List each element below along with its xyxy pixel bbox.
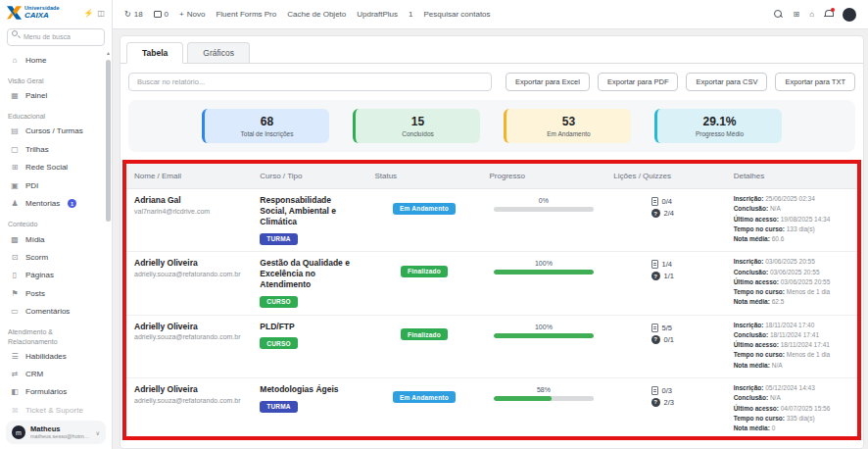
apps-grid-icon[interactable]: ⊞ — [793, 10, 799, 19]
progress-fill — [494, 333, 595, 338]
menu-pesquisar-contatos[interactable]: Pesquisar contatos — [424, 10, 491, 19]
updates-menu[interactable]: ↻ 18 — [124, 10, 143, 19]
sidebar-user-card[interactable]: m Matheus matheus.sesso@hotmail.com ∨ — [6, 421, 106, 444]
detail-inscricao: Inscrição: 25/06/2025 02:34 — [734, 195, 849, 204]
tab-tabela[interactable]: Tabela — [126, 42, 183, 64]
detail-label: Conclusão: — [734, 394, 768, 401]
sidebar-item-habilidades[interactable]: ☰ Habilidades — [0, 348, 112, 366]
home-icon[interactable]: ⌂ — [809, 10, 814, 19]
search-icon[interactable] — [774, 10, 783, 19]
scrollbar-up-icon[interactable]: ▲ — [105, 50, 112, 56]
bolt-icon[interactable]: ⚡ — [83, 9, 93, 18]
new-label: Novo — [187, 10, 206, 19]
sidebar-item-pdi[interactable]: ▣ PDI — [0, 177, 112, 195]
detail-label: Último acesso: — [734, 341, 779, 348]
sidebar-search-input[interactable] — [7, 28, 105, 46]
sidebar-section-visao-geral: Visão Geral — [0, 70, 112, 87]
sidebar-item-rede-social[interactable]: ⊞ Rede Social — [0, 159, 112, 176]
lesson-icon — [651, 260, 658, 269]
progress-bar — [494, 207, 595, 212]
sidebar-item-label: Scorm — [25, 253, 48, 263]
menu-fluent-forms[interactable]: Fluent Forms Pro — [216, 10, 276, 19]
dashboard-icon: ▦ — [10, 91, 20, 100]
tab-graficos[interactable]: Gráficos — [187, 42, 250, 63]
sidebar-item-cursos-turmas[interactable]: ▤ Cursos / Turmas — [0, 123, 112, 140]
lessons-count: 1/4 — [662, 260, 672, 269]
menu-updraftplus[interactable]: UpdraftPlus — [357, 10, 398, 19]
status-badge: Finalizado — [401, 328, 448, 340]
stat-value: 53 — [510, 115, 627, 128]
sidebar-item-trilhas[interactable]: ▢ Trilhas — [0, 141, 112, 159]
lessons-quizzes: 5/5 ?0/1 — [613, 322, 717, 344]
detail-acesso: Último acesso: 03/06/2025 20:55 — [734, 278, 849, 287]
detail-value: 03/06/2025 20:55 — [765, 258, 815, 265]
sidebar-item-posts[interactable]: ⚑ Posts — [0, 285, 112, 303]
detail-nota: Nota média: 60.6 — [734, 235, 849, 244]
media-icon: ▩ — [10, 235, 20, 244]
sidebar-scrollbar[interactable] — [106, 60, 111, 222]
export-pdf-button[interactable]: Exportar para PDF — [598, 73, 679, 91]
lessons-count: 5/5 — [662, 324, 672, 332]
new-menu[interactable]: + Novo — [179, 10, 205, 19]
table-row: Adrielly Oliveira adrielly.souza@refator… — [126, 252, 857, 315]
detail-value: 62.5 — [772, 298, 785, 305]
quiz-icon: ? — [651, 335, 660, 344]
caixa-logo-mark — [7, 6, 22, 20]
sidebar-item-mentorias[interactable]: ♟ Mentorias 1 — [0, 195, 112, 213]
stat-label: Total de Inscrições — [209, 130, 325, 137]
type-badge: CURSO — [260, 296, 297, 308]
detail-label: Inscrição: — [734, 322, 764, 328]
sidebar-header: Universidade CAIXA ⚡ ◫ — [0, 0, 112, 24]
person-icon: ♟ — [10, 199, 20, 208]
ticket-icon: ⊠ — [10, 406, 20, 415]
logo[interactable]: Universidade CAIXA — [7, 6, 79, 20]
quizzes-count: 2/3 — [664, 398, 674, 407]
sidebar-item-formularios[interactable]: ◧ Formulários — [0, 383, 112, 401]
status-badge: Finalizado — [401, 266, 448, 277]
sidebar-item-painel[interactable]: ▦ Painel — [0, 87, 112, 105]
type-badge: TURMA — [260, 233, 297, 245]
sidebar-item-label: Rede Social — [25, 163, 68, 173]
stat-label: Em Andamento — [510, 130, 627, 137]
report-search-input[interactable] — [128, 73, 492, 91]
progress-fill — [494, 396, 553, 401]
sidebar-item-label: Posts — [25, 289, 45, 299]
student-email: adrielly.souza@refatorando.com.br — [134, 271, 244, 277]
sidebar-item-comentarios[interactable]: ▭ Comentários — [0, 303, 112, 321]
page-icon: ▯ — [10, 271, 20, 279]
detail-value: 18/11/2024 17:40 — [765, 322, 814, 328]
export-txt-button[interactable]: Exportar para TXT — [775, 73, 855, 91]
plus-icon: + — [179, 10, 184, 19]
logo-line2: CAIXA — [24, 12, 60, 20]
notification-count[interactable]: 1 — [409, 10, 412, 19]
menu-cache-objeto[interactable]: Cache de Objeto — [287, 10, 346, 19]
detail-label: Inscrição: — [734, 384, 764, 391]
student-name: Adrielly Oliveira — [134, 384, 244, 395]
sidebar-item-label: Trilhas — [25, 145, 49, 155]
sidebar-item-scorm[interactable]: ⊡ Scorm — [0, 249, 112, 267]
stat-value: 15 — [360, 115, 476, 128]
sidebar-item-midia[interactable]: ▩ Mídia — [0, 231, 112, 249]
comments-menu[interactable]: 0 — [154, 10, 169, 19]
avatar[interactable] — [843, 8, 856, 22]
sidebar-item-ticket-suporte[interactable]: ⊠ Ticket & Suporte — [0, 402, 112, 418]
export-excel-button[interactable]: Exportar para Excel — [506, 73, 590, 91]
export-csv-button[interactable]: Exportar para CSV — [686, 73, 767, 91]
bell-icon[interactable] — [824, 10, 833, 19]
detail-conclusao: Conclusão: 03/06/2025 20:55 — [734, 269, 849, 277]
mentorias-count-badge: 1 — [68, 199, 76, 208]
sidebar-item-label: Habilidades — [25, 352, 67, 362]
sidebar-item-home[interactable]: ⌂ Home — [0, 52, 112, 70]
student-email: adrielly.souza@refatorando.com.br — [134, 397, 244, 404]
collapse-sidebar-icon[interactable]: ◫ — [97, 9, 105, 18]
quizzes-count: 0/1 — [664, 335, 674, 344]
quiz-icon: ? — [651, 272, 660, 280]
detail-inscricao: Inscrição: 03/06/2025 20:55 — [734, 258, 849, 267]
progress-percent: 100% — [490, 324, 599, 330]
admin-topbar: ↻ 18 0 + Novo Fluent Forms Pro Cache de … — [113, 0, 868, 29]
sidebar-search — [7, 25, 105, 46]
lesson-icon — [651, 386, 658, 395]
sidebar-item-paginas[interactable]: ▯ Páginas — [0, 267, 112, 284]
detail-value: N/A — [770, 394, 781, 401]
sidebar-item-crm[interactable]: ⇄ CRM — [0, 366, 112, 383]
